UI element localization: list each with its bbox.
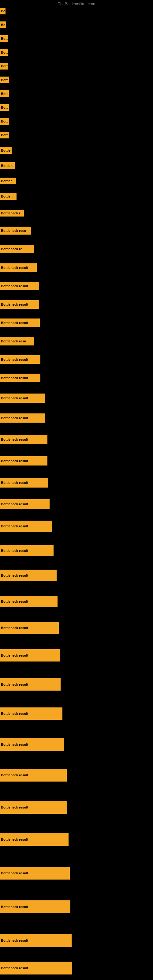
bar-label: Bottleneck result: [0, 900, 70, 913]
bar-item: Bott: [0, 132, 9, 138]
bar-label: Bott: [0, 63, 8, 70]
bar-label: Bott: [0, 132, 9, 138]
bar-label: Bottler: [0, 178, 16, 185]
bar-item: Bottlen: [0, 162, 15, 169]
bar-label: Bottleneck result: [0, 867, 70, 880]
bar-item: Bottleneck result: [0, 456, 48, 466]
bar-item: Bottleneck result: [0, 769, 67, 781]
site-title: TheBottlenecker.com: [58, 2, 95, 6]
bar-label: Bott: [0, 49, 8, 56]
bar-label: Bottleneck result: [0, 769, 67, 781]
bar-label: Bottlen: [0, 162, 15, 169]
bar-label: Bottleneck result: [0, 596, 57, 607]
bar-item: Bottleneck r: [0, 210, 24, 216]
bar-label: Bo: [0, 8, 5, 14]
bar-label: Bott: [0, 35, 8, 42]
bar-item: Bottleneck result: [0, 520, 52, 531]
bar-label: Bottleneck result: [0, 570, 57, 581]
bar-label: Bott: [0, 76, 9, 83]
bar-label: Bottleneck result: [0, 282, 39, 290]
bar-item: Bottleneck result: [0, 414, 45, 423]
bar-label: Bott: [0, 104, 9, 111]
bar-item: Bottleneck result: [0, 570, 57, 581]
bar-item: Bottleneck result: [0, 738, 64, 751]
bar-label: Bottleneck result: [0, 499, 49, 509]
bar-item: Bottlen: [0, 193, 16, 200]
bar-label: Bottleneck result: [0, 300, 39, 309]
bar-label: Bottleneck r: [0, 210, 24, 216]
bar-item: Bottleneck result: [0, 900, 70, 913]
bar-label: Bottleneck result: [0, 456, 48, 466]
bar-label: Bottleneck result: [0, 374, 40, 382]
bar-label: Bottleneck result: [0, 833, 69, 846]
bar-label: Bottleneck result: [0, 962, 72, 975]
bar-label: Bottlen: [0, 193, 16, 200]
bar-item: Bottleneck result: [0, 499, 49, 509]
bar-item: Bottleneck result: [0, 545, 54, 556]
bar-item: Bottleneck result: [0, 622, 59, 634]
bar-item: Bott: [0, 104, 9, 111]
bar-label: Bottleneck result: [0, 738, 64, 751]
bar-label: Bottleneck result: [0, 934, 72, 947]
bar-item: Bottler: [0, 178, 16, 185]
bar-item: Bottleneck result: [0, 374, 40, 382]
bar-item: Bottleneck result: [0, 833, 69, 846]
bar-item: Bott: [0, 118, 9, 125]
bar-label: Bott: [0, 118, 9, 125]
bar-item: Bottleneck result: [0, 282, 39, 290]
bar-item: Bottleneck result: [0, 708, 62, 720]
bar-item: Bottleneck result: [0, 263, 37, 272]
bar-item: Bott: [0, 63, 8, 70]
bar-label: Bo: [0, 21, 6, 28]
bar-item: Bott: [0, 76, 9, 83]
bar-item: Bottleneck result: [0, 867, 70, 880]
bar-item: Bottleneck resu: [0, 227, 31, 235]
bar-item: Bott: [0, 90, 9, 97]
bar-item: Bottleneck result: [0, 435, 48, 444]
bar-label: Bottleneck result: [0, 801, 67, 814]
bar-item: Bottleneck result: [0, 478, 48, 488]
bar-item: Bo: [0, 8, 5, 14]
bar-item: Bottleneck result: [0, 596, 57, 607]
bar-label: Bottleneck result: [0, 545, 54, 556]
bar-item: Bottleneck result: [0, 801, 67, 814]
bar-label: Bottleneck result: [0, 318, 40, 327]
bar-label: Bottleneck result: [0, 355, 40, 364]
bar-label: Bottleneck result: [0, 708, 62, 720]
bar-item: Bottleneck result: [0, 300, 39, 309]
bar-label: Bottleneck result: [0, 263, 37, 272]
bar-item: Bottleneck re: [0, 245, 33, 253]
bar-label: Bottleneck result: [0, 414, 45, 423]
bar-item: Bottleneck result: [0, 934, 72, 947]
bar-label: Bottleneck result: [0, 478, 48, 488]
bar-label: Bottleneck result: [0, 649, 60, 662]
bar-item: Bottleneck result: [0, 649, 60, 662]
bar-label: Bottleneck resu: [0, 337, 34, 345]
bar-label: Bott: [0, 90, 9, 97]
bar-item: Bottleneck result: [0, 355, 40, 364]
bar-item: Bott: [0, 35, 8, 42]
bar-item: Bottleneck result: [0, 318, 40, 327]
bar-item: Bottleneck result: [0, 962, 72, 975]
bar-item: Bo: [0, 21, 6, 28]
bar-label: Bottleneck result: [0, 520, 52, 531]
bar-item: Bottleneck result: [0, 393, 45, 403]
bar-label: Bottleneck result: [0, 678, 61, 690]
bar-label: Bottle: [0, 147, 12, 154]
bar-label: Bottleneck resu: [0, 227, 31, 235]
bar-item: Bottleneck resu: [0, 337, 34, 345]
bar-label: Bottleneck result: [0, 622, 59, 634]
bar-item: Bottle: [0, 147, 12, 154]
bar-label: Bottleneck result: [0, 435, 48, 444]
bar-label: Bottleneck result: [0, 393, 45, 403]
bar-label: Bottleneck re: [0, 245, 33, 253]
bar-item: Bottleneck result: [0, 678, 61, 690]
bar-item: Bott: [0, 49, 8, 56]
